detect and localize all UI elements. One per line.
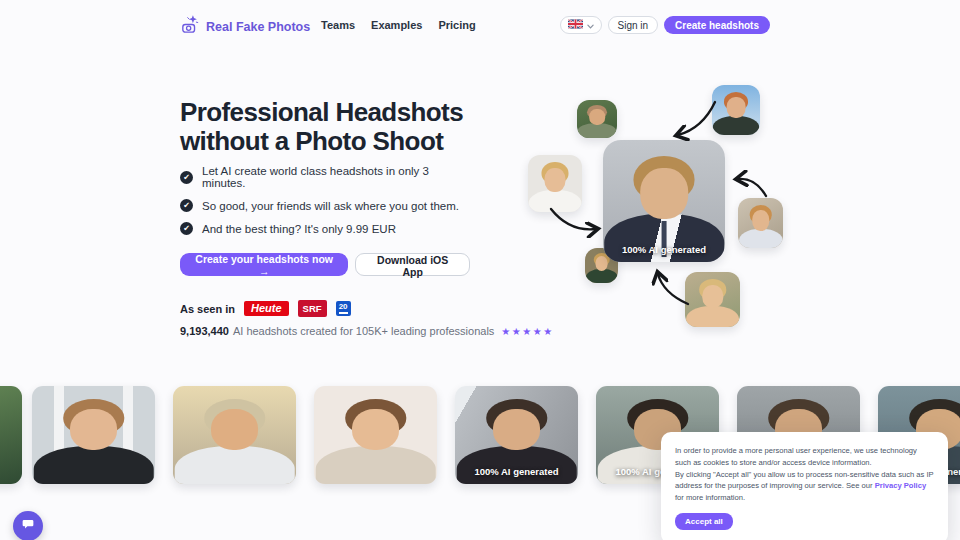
benefit-item: ✔ So good, your friends will ask where y… xyxy=(180,199,470,212)
cookie-text-line2: By clicking "Accept all" you allow us to… xyxy=(675,469,934,504)
check-circle-icon: ✔ xyxy=(180,222,193,235)
chat-bubble-icon xyxy=(21,517,35,535)
carousel-photo xyxy=(173,386,296,484)
sign-in-button[interactable]: Sign in xyxy=(608,16,659,34)
main-nav: Teams Examples Pricing xyxy=(321,19,476,31)
carousel-photo xyxy=(314,386,437,484)
nav-examples[interactable]: Examples xyxy=(371,19,422,31)
accept-all-button[interactable]: Accept all xyxy=(675,513,733,530)
stats-row: 9,193,440 AI headshots created for 105K+… xyxy=(180,325,470,337)
check-circle-icon: ✔ xyxy=(180,171,193,184)
cookie-consent-banner: In order to provide a more personal user… xyxy=(661,432,948,540)
press-row: As seen in Heute SRF 20 xyxy=(180,300,470,317)
source-photo xyxy=(577,100,617,138)
nav-pricing[interactable]: Pricing xyxy=(438,19,475,31)
nav-teams[interactable]: Teams xyxy=(321,19,355,31)
cta-row: Create your headshots now → Download iOS… xyxy=(180,253,470,276)
header-actions: Sign in Create headshots xyxy=(560,16,771,34)
privacy-policy-link[interactable]: Privacy Policy xyxy=(875,481,927,490)
brand-name: Real Fake Photos xyxy=(206,20,310,34)
srf-logo: SRF xyxy=(298,300,327,317)
uk-flag-icon xyxy=(568,19,583,31)
chevron-down-icon xyxy=(587,20,594,31)
as-seen-in-label: As seen in xyxy=(180,303,235,315)
source-photo xyxy=(712,85,760,135)
hero-photo-collage: 100% AI generated xyxy=(520,75,800,335)
benefit-list: ✔ Let AI create world class headshots in… xyxy=(180,165,470,235)
cookie-text-line1: In order to provide a more personal user… xyxy=(675,445,934,469)
sparkle-camera-icon xyxy=(180,14,201,39)
source-photo xyxy=(685,272,740,327)
language-selector[interactable] xyxy=(560,16,602,34)
benefit-item: ✔ And the best thing? It's only 9.99 EUR xyxy=(180,222,470,235)
stats-number: 9,193,440 xyxy=(180,325,229,337)
header: Real Fake Photos Teams Examples Pricing … xyxy=(0,0,960,50)
generated-headshot-photo: 100% AI generated xyxy=(603,140,725,262)
stats-text: AI headshots created for 105K+ leading p… xyxy=(233,325,494,337)
create-headshots-button[interactable]: Create headshots xyxy=(664,16,770,34)
check-circle-icon: ✔ xyxy=(180,199,193,212)
carousel-photo xyxy=(32,386,155,484)
carousel-photo xyxy=(0,386,22,484)
hero-section: Professional Headshots without a Photo S… xyxy=(180,98,470,337)
heute-logo: Heute xyxy=(244,301,289,316)
chat-widget-button[interactable] xyxy=(13,511,43,540)
ai-generated-badge: 100% AI generated xyxy=(455,466,578,477)
carousel-photo: 100% AI generated xyxy=(455,386,578,484)
brand-logo[interactable]: Real Fake Photos xyxy=(180,14,310,39)
create-your-headshots-button[interactable]: Create your headshots now → xyxy=(180,253,348,276)
source-photo xyxy=(738,198,783,248)
benefit-item: ✔ Let AI create world class headshots in… xyxy=(180,165,470,189)
page-title: Professional Headshots without a Photo S… xyxy=(180,98,470,155)
twenty-minuten-logo: 20 xyxy=(336,301,351,316)
source-photo xyxy=(528,155,582,212)
download-ios-app-button[interactable]: Download iOS App xyxy=(355,253,470,276)
ai-generated-badge: 100% AI generated xyxy=(603,244,725,255)
